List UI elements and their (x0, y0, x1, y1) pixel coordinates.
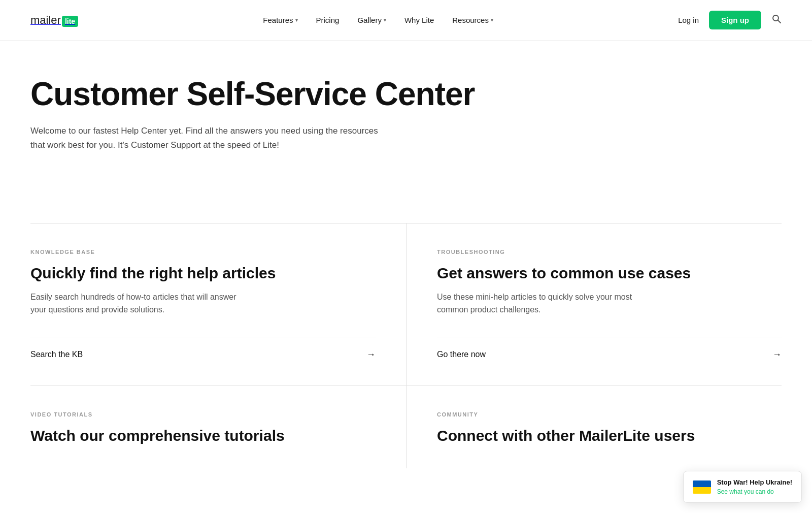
card-category: COMMUNITY (437, 411, 782, 418)
arrow-right-icon: → (366, 349, 376, 360)
card-category: TROUBLESHOOTING (437, 249, 782, 255)
card-community: COMMUNITY Connect with other MailerLite … (406, 386, 782, 468)
cards-section: KNOWLEDGE BASE Quickly find the right he… (0, 182, 812, 468)
nav-actions: Log in Sign up (678, 11, 782, 29)
nav-item-gallery[interactable]: Gallery ▾ (357, 16, 386, 24)
card-video-tutorials: VIDEO TUTORIALS Watch our comprehensive … (30, 386, 406, 468)
chevron-down-icon: ▾ (384, 17, 386, 23)
cards-grid: KNOWLEDGE BASE Quickly find the right he… (30, 223, 782, 386)
card-title: Get answers to common use cases (437, 264, 782, 282)
card-link-troubleshooting[interactable]: Go there now → (437, 337, 782, 360)
cards-grid-bottom: VIDEO TUTORIALS Watch our comprehensive … (30, 386, 782, 468)
chevron-down-icon: ▾ (491, 17, 493, 23)
card-knowledge-base: KNOWLEDGE BASE Quickly find the right he… (30, 223, 406, 386)
card-troubleshooting: TROUBLESHOOTING Get answers to common us… (406, 223, 782, 386)
card-desc: Easily search hundreds of how-to article… (30, 291, 244, 316)
card-category: KNOWLEDGE BASE (30, 249, 376, 255)
hero-subtitle: Welcome to our fastest Help Center yet. … (30, 124, 386, 151)
nav-item-why-lite[interactable]: Why Lite (404, 16, 434, 24)
search-icon (771, 14, 782, 26)
nav-item-features[interactable]: Features ▾ (263, 16, 297, 24)
card-title: Connect with other MailerLite users (437, 427, 782, 445)
signup-button[interactable]: Sign up (709, 11, 761, 29)
card-title: Watch our comprehensive tutorials (30, 427, 376, 445)
svg-line-1 (778, 20, 781, 23)
main-nav: mailerlite Features ▾ Pricing Gallery ▾ … (0, 0, 812, 41)
logo-lite-badge: lite (62, 16, 78, 27)
chevron-down-icon: ▾ (295, 17, 298, 23)
card-link-kb[interactable]: Search the KB → (30, 337, 376, 360)
logo-mailer-text: mailer (30, 14, 61, 26)
card-category: VIDEO TUTORIALS (30, 411, 376, 418)
login-button[interactable]: Log in (678, 16, 699, 24)
search-button[interactable] (771, 14, 782, 26)
nav-item-pricing[interactable]: Pricing (316, 16, 340, 24)
card-title: Quickly find the right help articles (30, 264, 376, 282)
arrow-right-icon: → (772, 349, 782, 360)
card-desc: Use these mini-help articles to quickly … (437, 291, 650, 316)
nav-item-resources[interactable]: Resources ▾ (452, 16, 493, 24)
hero-section: Customer Self-Service Center Welcome to … (0, 41, 609, 182)
logo[interactable]: mailerlite (30, 14, 78, 27)
nav-links: Features ▾ Pricing Gallery ▾ Why Lite Re… (263, 16, 493, 24)
hero-title: Customer Self-Service Center (30, 76, 579, 112)
